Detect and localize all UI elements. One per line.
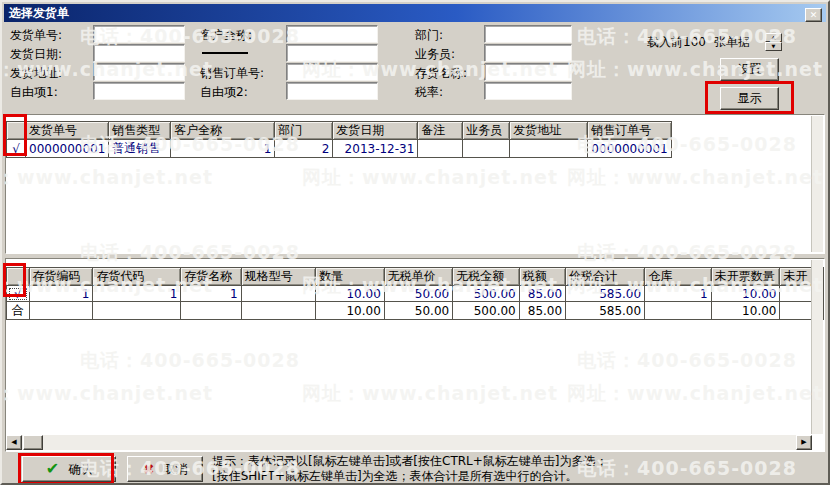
column-header[interactable]: 未开票数量 <box>711 268 780 286</box>
label-delivery-date: 发货日期: <box>10 46 62 62</box>
column-header[interactable]: 规格型号 <box>241 268 316 286</box>
total-tax: 85.00 <box>519 302 565 320</box>
cell-memo <box>418 140 463 158</box>
column-header[interactable]: 客户全称 <box>171 122 275 140</box>
total-row-marker: 合 <box>7 302 30 320</box>
confirm-button[interactable]: ✔ 确认 <box>22 456 116 482</box>
cell-delivery-no: 0000000001 <box>26 140 109 158</box>
cancel-button[interactable]: ✖ 取消 <box>127 456 203 482</box>
column-header[interactable]: 存货名称 <box>181 268 241 286</box>
cancel-button-label: 取消 <box>163 461 187 478</box>
check-icon: ✔ <box>46 461 59 477</box>
column-header[interactable]: 数量 <box>316 268 385 286</box>
inventory-name-input[interactable] <box>484 63 572 81</box>
column-header[interactable]: 无税金额 <box>453 268 520 286</box>
lines-select-header[interactable] <box>7 268 30 286</box>
lines-horizontal-scrollbar[interactable]: ◀ ▶ <box>6 435 812 450</box>
cell-salesperson <box>463 140 510 158</box>
tax-rate-input[interactable] <box>484 82 572 100</box>
column-header[interactable]: 发货日期 <box>333 122 418 140</box>
hint-line1: 提示：表体记录以[鼠标左键单击]或者[按住CTRL+鼠标左键单击]为多选； <box>212 454 608 469</box>
spinner-down-icon[interactable]: ▼ <box>765 42 782 51</box>
cell-qty: 10.00 <box>316 286 385 302</box>
table-row[interactable]: √ 1 1 1 10.00 50.00 500.00 85.00 585.00 … <box>7 286 824 302</box>
total-qty: 10.00 <box>316 302 385 320</box>
total-cell <box>181 302 241 320</box>
spinner-up-icon[interactable]: ▲ <box>765 33 782 42</box>
cell-customer: 1 <box>171 140 275 158</box>
total-cell <box>241 302 316 320</box>
title-bar[interactable]: 选择发货单 ✕ <box>4 4 826 22</box>
label-free-item1: 自由项1: <box>10 84 58 100</box>
cell-delivery-date: 2013-12-31 <box>333 140 418 158</box>
total-sum: 585.00 <box>566 302 645 320</box>
column-header[interactable]: 存货代码 <box>93 268 181 286</box>
lines-vertical-scrollbar[interactable] <box>811 260 823 434</box>
free-item2-input[interactable] <box>286 82 378 100</box>
select-delivery-order-dialog: 选择发货单 ✕ 发货单号: 发货日期: 发货地址: 自由项1: 客户全称: 销售… <box>0 0 830 485</box>
delivery-addr-input[interactable] <box>93 63 185 81</box>
column-header[interactable]: 无税单价 <box>384 268 452 286</box>
column-header[interactable]: 价税合计 <box>566 268 645 286</box>
orders-table: 发货单号 销售类型 客户全称 部门 发货日期 备注 业务员 发货地址 销售订单号… <box>6 121 672 158</box>
total-amount: 500.00 <box>453 302 520 320</box>
column-header[interactable]: 存货编码 <box>29 268 93 286</box>
lines-header-row: 存货编码 存货代码 存货名称 规格型号 数量 无税单价 无税金额 税额 价税合计… <box>7 268 824 286</box>
display-button[interactable]: 显示 <box>720 87 779 110</box>
confirm-button-label: 确认 <box>68 461 92 478</box>
orders-header-row: 发货单号 销售类型 客户全称 部门 发货日期 备注 业务员 发货地址 销售订单号 <box>7 122 672 140</box>
department-input[interactable] <box>484 25 572 43</box>
cell-inv-alias: 1 <box>93 286 181 302</box>
column-header[interactable]: 税额 <box>519 268 565 286</box>
column-header[interactable]: 仓库 <box>645 268 712 286</box>
delivery-date-input[interactable] <box>93 44 185 62</box>
lines-table: 存货编码 存货代码 存货名称 规格型号 数量 无税单价 无税金额 税额 价税合计… <box>6 267 824 320</box>
cell-sales-type: 普通销售 <box>109 140 171 158</box>
salesperson-input[interactable] <box>484 44 572 62</box>
scroll-left-icon[interactable]: ◀ <box>6 435 22 450</box>
customer-name2-input[interactable] <box>286 44 378 62</box>
total-cell <box>645 302 712 320</box>
orders-vertical-scrollbar[interactable] <box>811 116 823 252</box>
cell-tax: 85.00 <box>519 286 565 302</box>
separator-line <box>202 52 248 54</box>
column-header[interactable]: 销售订单号 <box>588 122 671 140</box>
orders-grid-panel: 发货单号 销售类型 客户全称 部门 发货日期 备注 业务员 发货地址 销售订单号… <box>5 114 825 254</box>
delivery-no-input[interactable] <box>93 25 185 43</box>
load-count-stepper: ▲ ▼ <box>765 33 782 51</box>
hint-line2: [按住SHIFT+鼠标左键单击]为全选；表体合计是所有选中行的合计。 <box>212 469 608 484</box>
column-header[interactable]: 发货地址 <box>510 122 588 140</box>
table-row[interactable]: √ 0000000001 普通销售 1 2 2013-12-31 0000000… <box>7 140 672 158</box>
close-icon[interactable]: ✕ <box>805 8 822 22</box>
cell-inv-code: 1 <box>29 286 93 302</box>
column-header[interactable]: 备注 <box>418 122 463 140</box>
label-salesperson: 业务员: <box>415 46 455 62</box>
cell-uninvoiced-qty: 10.00 <box>711 286 780 302</box>
scrollbar-thumb[interactable] <box>23 435 43 450</box>
customer-name-input[interactable] <box>286 25 378 43</box>
orders-select-header[interactable] <box>7 122 26 140</box>
cell-warehouse: 1 <box>645 286 712 302</box>
hint-text: 提示：表体记录以[鼠标左键单击]或者[按住CTRL+鼠标左键单击]为多选； [按… <box>212 454 608 484</box>
scroll-right-icon[interactable]: ▶ <box>796 435 812 450</box>
cell-address <box>510 140 588 158</box>
label-sales-order-no: 销售订单号: <box>200 65 264 81</box>
sales-order-no-input[interactable] <box>286 63 378 81</box>
load-count-value[interactable]: 100 <box>683 34 706 50</box>
free-item1-input[interactable] <box>93 82 185 100</box>
label-customer-name: 客户全称: <box>200 27 252 43</box>
column-header[interactable]: 销售类型 <box>109 122 171 140</box>
cell-amount: 500.00 <box>453 286 520 302</box>
settings-button[interactable]: 设置 <box>720 58 779 81</box>
column-header[interactable]: 发货单号 <box>26 122 109 140</box>
row-checkmark[interactable]: √ <box>7 286 30 302</box>
label-delivery-addr: 发货地址: <box>10 65 62 81</box>
watermark-text: 电话：400-665-0028 <box>577 456 797 482</box>
row-checkmark[interactable]: √ <box>7 140 26 158</box>
column-header[interactable]: 部门 <box>275 122 333 140</box>
load-suffix-label: 张单据 <box>714 34 750 50</box>
total-row: 合 10.00 50.00 500.00 85.00 585.00 10.00 <box>7 302 824 320</box>
column-header[interactable]: 业务员 <box>463 122 510 140</box>
dialog-title: 选择发货单 <box>9 6 69 20</box>
label-department: 部门: <box>415 27 443 43</box>
